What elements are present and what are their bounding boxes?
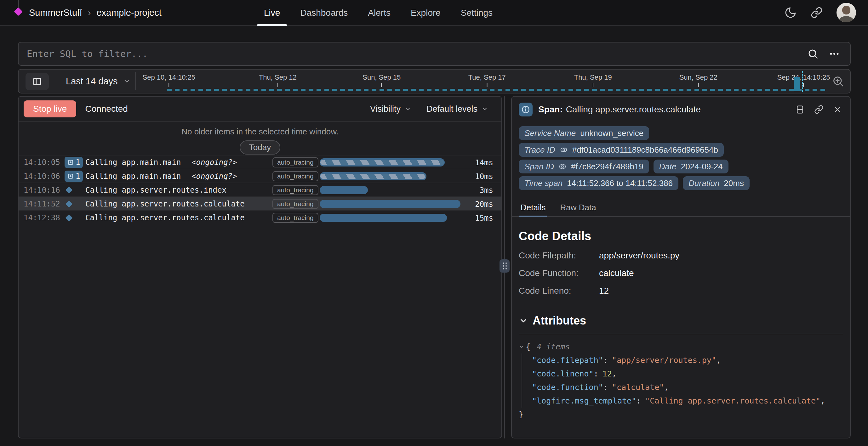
time-range-dropdown[interactable]: Last 14 days — [66, 69, 131, 93]
chevron-down-icon — [481, 105, 488, 113]
span-tag[interactable]: auto_tracing — [273, 171, 318, 181]
sidebar-toggle-icon[interactable] — [26, 73, 49, 90]
badge-label: Trace ID — [524, 145, 555, 155]
span-tag[interactable]: auto_tracing — [273, 213, 318, 223]
user-avatar[interactable] — [837, 3, 856, 22]
timeline-tick-mark — [593, 83, 593, 87]
share-link-icon[interactable] — [811, 7, 823, 19]
timeline-tick: Sun, Sep 22 — [679, 73, 717, 87]
tab-details[interactable]: Details — [519, 199, 547, 216]
theme-moon-icon[interactable] — [784, 6, 797, 19]
search-icon[interactable] — [807, 48, 818, 60]
panel-resize-handle[interactable] — [499, 259, 509, 273]
code-function-row: Code Function: calculate — [519, 268, 843, 278]
tab-alerts[interactable]: Alerts — [358, 0, 401, 26]
visibility-dropdown-label: Visibility — [370, 104, 401, 114]
tab-dashboards[interactable]: Dashboards — [290, 0, 358, 26]
span-kind-diamond-icon — [65, 200, 73, 208]
span-duration-bar — [320, 158, 445, 166]
zoom-in-icon[interactable] — [832, 75, 844, 88]
project-name[interactable]: example-project — [96, 7, 161, 18]
detail-header-icons — [795, 105, 843, 114]
timeline-tick-mark — [803, 83, 804, 87]
span-ongoing-flag: <ongoing?> — [191, 158, 237, 167]
child-count-badge[interactable]: 1 — [65, 157, 83, 168]
connection-status: Connected — [85, 104, 128, 114]
tab-explore[interactable]: Explore — [401, 0, 451, 26]
span-duration-bar — [320, 172, 427, 180]
more-options-ellipsis-icon[interactable] — [828, 48, 841, 60]
span-ongoing-flag: <ongoing?> — [191, 172, 237, 181]
logo[interactable] — [12, 0, 25, 26]
attributes-section-toggle[interactable]: Attributes — [519, 314, 843, 327]
sql-filter-input[interactable] — [27, 49, 807, 59]
timeline-tick-mark — [381, 83, 382, 87]
timeline-tick: Sep 24, 14:10:25 — [777, 73, 830, 87]
timeline-tick-label: Tue, Sep 17 — [468, 73, 506, 82]
breadcrumb: SummerStuff › example-project — [29, 7, 161, 18]
span-row[interactable]: 14:12:38 Calling app.server.routes.calcu… — [19, 210, 501, 224]
span-message: Calling app.main.main — [85, 172, 181, 181]
span-tag[interactable]: auto_tracing — [273, 185, 318, 195]
badge-label: Date — [659, 162, 677, 171]
timeline-tick-label: Sep 24, 14:10:25 — [777, 73, 830, 82]
service-name-badge: Service Name unknown_service — [519, 126, 649, 140]
date-badge: Date 2024-09-24 — [653, 160, 728, 173]
span-duration-bar — [320, 200, 461, 208]
span-row-selected[interactable]: 14:11:52 Calling app.server.routes.calcu… — [19, 196, 501, 210]
span-title-text: Calling app.server.routes.calculate — [566, 104, 701, 114]
timeline-tick: Sun, Sep 15 — [363, 73, 401, 87]
tab-raw-data[interactable]: Raw Data — [559, 199, 597, 216]
trace-link-icon[interactable] — [560, 146, 568, 154]
span-id-badge: Span ID #f7c8e294f7489b19 — [519, 160, 649, 173]
split-panel-icon[interactable] — [795, 105, 805, 114]
badge-label: Span ID — [524, 162, 554, 171]
timeline-tick: Thu, Sep 12 — [259, 73, 297, 87]
span-meta-badges: Service Name unknown_service Trace ID #d… — [519, 121, 843, 190]
time-span-badge: Time span 14:11:52.366 to 14:11:52.386 — [519, 176, 678, 190]
json-entry: "code.lineno":12, — [532, 367, 843, 381]
kv-value: 12 — [599, 286, 609, 296]
tab-settings[interactable]: Settings — [451, 0, 503, 26]
code-lineno-row: Code Lineno: 12 — [519, 286, 843, 296]
close-icon[interactable] — [833, 105, 842, 114]
org-name[interactable]: SummerStuff — [29, 7, 82, 18]
json-root-line: { 4 items — [519, 340, 843, 353]
visibility-dropdown[interactable]: Visibility — [370, 104, 411, 114]
tab-live[interactable]: Live — [254, 0, 290, 26]
sql-filter-bar — [18, 42, 851, 66]
span-row[interactable]: 14:10:06 1 Calling app.main.main <ongoin… — [19, 169, 501, 183]
span-row[interactable]: 14:10:16 Calling app.server.routes.index… — [19, 183, 501, 196]
span-tag[interactable]: auto_tracing — [273, 157, 318, 167]
code-details-heading: Code Details — [519, 229, 843, 243]
span-duration: 15ms — [475, 214, 493, 223]
logo-diamond-icon — [14, 7, 23, 16]
span-title-prefix: Span: — [538, 104, 563, 114]
span-duration-bar — [320, 186, 368, 194]
kv-label: Code Function: — [519, 268, 599, 278]
badge-value: unknown_service — [580, 128, 644, 138]
kv-label: Code Lineno: — [519, 286, 599, 296]
json-entry: "code.filepath":"app/server/routes.py", — [532, 353, 843, 367]
timeline-histogram[interactable]: Sep 10, 14:10:25 Thu, Sep 12 Sun, Sep 15… — [133, 69, 826, 93]
span-tag[interactable]: auto_tracing — [273, 199, 318, 209]
json-collapse-icon[interactable] — [519, 344, 524, 349]
timeline-tick-mark — [698, 83, 699, 87]
child-count-badge[interactable]: 1 — [65, 170, 83, 182]
json-close-brace: } — [519, 408, 843, 421]
kv-label: Code Filepath: — [519, 251, 599, 261]
stop-live-button[interactable]: Stop live — [24, 100, 76, 118]
span-link-icon[interactable] — [558, 162, 567, 170]
span-duration: 14ms — [475, 158, 493, 167]
default-levels-dropdown[interactable]: Default levels — [427, 104, 488, 114]
chevron-down-icon — [123, 77, 131, 85]
copy-link-icon[interactable] — [814, 105, 824, 114]
span-row[interactable]: 14:10:05 1 Calling app.main.main <ongoin… — [19, 155, 501, 169]
timeline-activity-spike — [794, 77, 800, 91]
timeline-cursor[interactable] — [802, 71, 803, 92]
span-detail-header: Span:Calling app.server.routes.calculate — [519, 97, 843, 121]
span-detail-panel: Span:Calling app.server.routes.calculate… — [511, 96, 851, 439]
timeline-activity-dashes — [167, 89, 826, 91]
trace-id-badge: Trace ID #df01acad0311189c8b66a466d96965… — [519, 143, 724, 157]
today-button[interactable]: Today — [240, 140, 280, 155]
